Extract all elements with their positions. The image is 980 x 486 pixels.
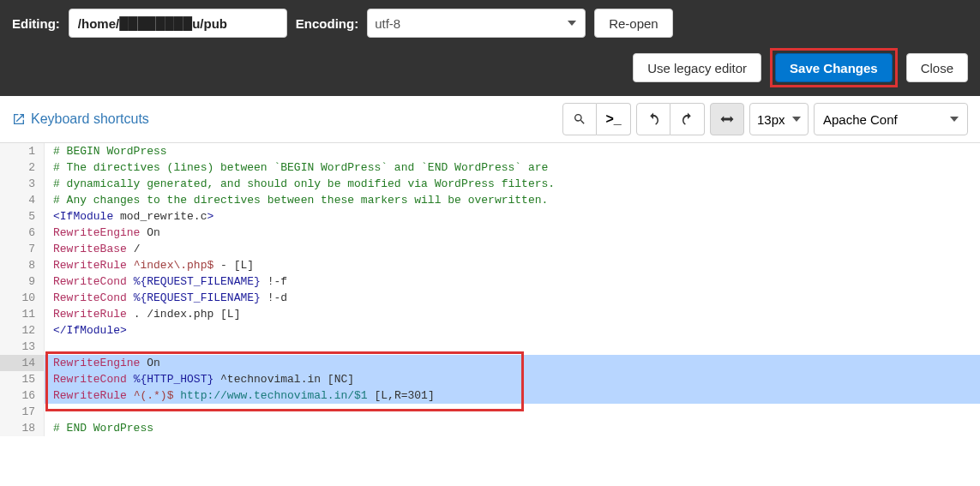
code-line[interactable]: RewriteEngine On	[45, 225, 980, 241]
line-number: 14	[0, 355, 45, 371]
line-number: 1	[0, 143, 45, 159]
code-line[interactable]: RewriteEngine On	[45, 355, 980, 371]
code-line[interactable]	[45, 404, 980, 420]
code-line[interactable]: RewriteRule . /index.php [L]	[45, 306, 980, 322]
arrows-horizontal-icon	[719, 114, 735, 124]
editor-toolbar: Keyboard shortcuts >_ 13px Apache Conf	[0, 96, 980, 143]
line-number: 3	[0, 176, 45, 192]
terminal-button[interactable]: >_	[597, 103, 631, 135]
line-number: 16	[0, 387, 45, 404]
line-number: 4	[0, 192, 45, 208]
font-size-select[interactable]: 13px	[749, 103, 809, 135]
code-line[interactable]: RewriteCond %{REQUEST_FILENAME} !-d	[45, 290, 980, 306]
line-number: 7	[0, 241, 45, 257]
code-line[interactable]: # BEGIN WordPress	[45, 143, 980, 159]
header-row-2: Use legacy editor Save Changes Close	[12, 48, 968, 87]
line-number: 17	[0, 404, 45, 420]
undo-icon	[646, 111, 661, 127]
code-line[interactable]: RewriteRule ^(.*)$ http://www.technovima…	[45, 387, 980, 404]
editor-header: Editing: Encoding: utf-8 Re-open Use leg…	[0, 0, 980, 96]
code-line[interactable]: # The directives (lines) between `BEGIN …	[45, 159, 980, 176]
redo-button[interactable]	[670, 103, 705, 135]
line-number: 11	[0, 306, 45, 322]
line-number: 13	[0, 339, 45, 355]
close-button[interactable]: Close	[906, 53, 968, 82]
line-number: 10	[0, 290, 45, 306]
line-number: 5	[0, 208, 45, 225]
external-link-icon	[12, 112, 26, 126]
code-line[interactable]: # Any changes to the directives between …	[45, 192, 980, 208]
line-number: 15	[0, 371, 45, 387]
undo-redo-group	[636, 103, 705, 135]
code-line[interactable]: RewriteBase /	[45, 241, 980, 257]
code-line[interactable]: RewriteCond %{REQUEST_FILENAME} !-f	[45, 273, 980, 290]
code-editor[interactable]: 1# BEGIN WordPress 2# The directives (li…	[0, 143, 980, 436]
code-line[interactable]	[45, 339, 980, 355]
editing-label: Editing:	[12, 16, 60, 31]
search-icon	[573, 112, 586, 126]
encoding-label: Encoding:	[296, 16, 358, 31]
file-path-input[interactable]	[69, 9, 287, 38]
code-line[interactable]: RewriteCond %{HTTP_HOST} ^technovimal.in…	[45, 371, 980, 387]
code-line[interactable]: </IfModule>	[45, 322, 980, 339]
line-number: 18	[0, 420, 45, 436]
line-number: 8	[0, 257, 45, 273]
line-number: 6	[0, 225, 45, 241]
save-changes-button[interactable]: Save Changes	[775, 53, 893, 82]
search-prompt-group: >_	[562, 103, 631, 135]
highlight-save-box: Save Changes	[770, 48, 898, 87]
reopen-button[interactable]: Re-open	[594, 9, 673, 38]
keyboard-shortcuts-label: Keyboard shortcuts	[31, 111, 149, 127]
line-number: 2	[0, 159, 45, 176]
code-line[interactable]: # dynamically generated, and should only…	[45, 176, 980, 192]
redo-icon	[680, 111, 695, 127]
keyboard-shortcuts-link[interactable]: Keyboard shortcuts	[12, 111, 149, 127]
legacy-editor-button[interactable]: Use legacy editor	[633, 53, 761, 82]
prompt-icon: >_	[605, 111, 621, 127]
wrap-toggle-button[interactable]	[710, 103, 744, 135]
syntax-select[interactable]: Apache Conf	[814, 103, 968, 135]
code-line[interactable]: RewriteRule ^index\.php$ - [L]	[45, 257, 980, 273]
undo-button[interactable]	[636, 103, 670, 135]
line-number: 12	[0, 322, 45, 339]
search-button[interactable]	[562, 103, 597, 135]
encoding-select[interactable]: utf-8	[367, 9, 586, 38]
header-row-1: Editing: Encoding: utf-8 Re-open	[12, 9, 968, 38]
code-line[interactable]: <IfModule mod_rewrite.c>	[45, 208, 980, 225]
code-line[interactable]: # END WordPress	[45, 420, 980, 436]
line-number: 9	[0, 273, 45, 290]
